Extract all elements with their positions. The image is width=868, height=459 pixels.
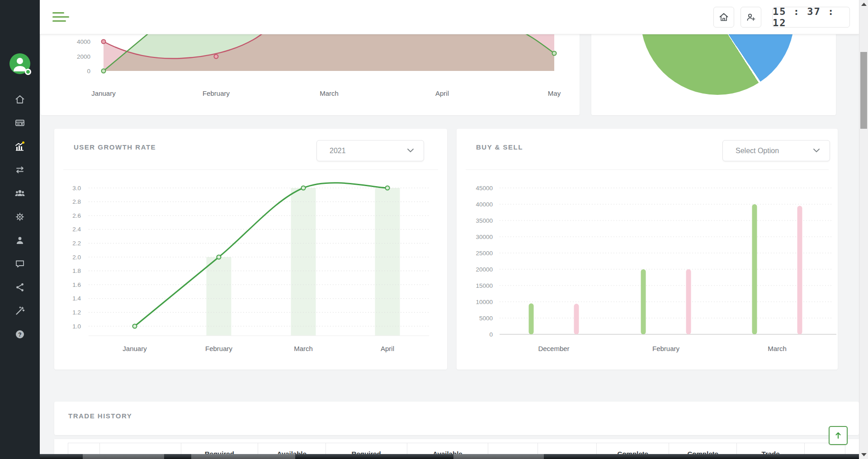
y-tick: 10000 [476, 299, 493, 305]
buy-sell-card: BUY & SELL Select Option 450004000035000… [457, 129, 838, 370]
trade-history-header-card: TRADE HISTORY [54, 402, 859, 435]
y-tick: 30000 [476, 234, 493, 240]
year-select-value: 2021 [330, 147, 346, 155]
option-select[interactable]: Select Option [722, 140, 830, 161]
top-header: 15 : 37 : 12 [40, 0, 859, 34]
buy-bar [641, 269, 646, 334]
sidebar-item-messages[interactable] [14, 258, 26, 270]
h-scrollbar-segment [83, 454, 164, 459]
sidebar-item-share[interactable] [14, 281, 26, 293]
scroll-to-top-button[interactable] [829, 426, 848, 445]
sidebar-item-help[interactable]: ? [14, 328, 26, 340]
year-select[interactable]: 2021 [316, 140, 424, 161]
hamburger-menu-button[interactable] [52, 12, 71, 22]
x-label: January [123, 345, 147, 352]
y-tick: 2000 [77, 53, 90, 60]
home-icon [718, 12, 729, 23]
y-tick: 4000 [77, 38, 90, 45]
home-button[interactable] [713, 7, 734, 28]
h-scrollbar-segment [191, 454, 295, 459]
y-tick: 2.2 [72, 240, 81, 247]
up-arrow-icon [834, 431, 842, 440]
active-indicator-dot [22, 141, 24, 144]
sell-bar [797, 206, 802, 334]
gear-icon [14, 211, 25, 222]
growth-bar [207, 257, 231, 336]
clock-time: 15 : 37 : 12 [773, 6, 849, 28]
y-tick: 2.4 [72, 226, 81, 233]
sidebar-item-transactions[interactable] [14, 164, 26, 176]
sidebar: ? [0, 0, 40, 459]
buy-sell-title: BUY & SELL [476, 143, 523, 151]
y-tick: 2.6 [72, 212, 81, 219]
sidebar-item-payments[interactable] [14, 117, 26, 129]
users-group-icon [14, 187, 26, 199]
sidebar-item-settings[interactable] [14, 211, 26, 223]
scrollbar-thumb[interactable] [860, 52, 867, 129]
growth-point [217, 255, 221, 259]
trade-history-title: TRADE HISTORY [68, 412, 132, 420]
user-avatar[interactable] [9, 53, 30, 74]
growth-line [135, 183, 387, 326]
sidebar-item-analytics[interactable] [14, 141, 26, 152]
y-tick: 45000 [476, 185, 493, 192]
y-tick: 0 [87, 68, 90, 75]
sidebar-item-tools[interactable] [14, 305, 26, 317]
buy-point [552, 52, 557, 56]
digital-clock: 15 : 37 : 12 [772, 7, 850, 28]
x-label: May [548, 89, 561, 97]
magic-wand-icon [14, 305, 25, 316]
x-label: April [435, 89, 449, 97]
y-tick: 1.0 [72, 323, 81, 330]
option-select-placeholder: Select Option [736, 147, 779, 155]
scrollbar-down-arrow[interactable] [861, 453, 867, 456]
user-growth-title: USER GROWTH RATE [74, 143, 156, 151]
sell-bar [574, 304, 579, 334]
add-user-button[interactable] [741, 7, 761, 28]
buy-sell-chart: 4500040000350003000025000200001500010000… [457, 129, 838, 370]
divider [63, 169, 438, 170]
analytics-chart-icon [14, 141, 26, 152]
y-tick: 3.0 [72, 185, 81, 192]
y-tick: 35000 [476, 217, 493, 224]
x-label: March [294, 345, 313, 352]
chevron-down-icon [813, 149, 820, 153]
svg-text:?: ? [18, 332, 21, 338]
growth-bar [291, 188, 316, 336]
growth-bar [375, 188, 400, 336]
y-tick: 20000 [476, 266, 493, 273]
y-tick: 2.8 [72, 198, 81, 205]
growth-point [386, 186, 390, 190]
sell-point [214, 55, 218, 59]
y-tick: 0 [489, 331, 493, 338]
sidebar-item-account[interactable] [14, 234, 26, 246]
horizontal-scrollbar[interactable] [40, 454, 859, 459]
y-tick: 1.2 [72, 309, 81, 316]
user-growth-chart: 3.02.82.62.42.22.01.81.61.41.21.0January… [54, 129, 447, 370]
scrollbar-up-arrow[interactable] [861, 3, 867, 6]
buy-bar [529, 304, 534, 334]
swap-arrows-icon [14, 164, 25, 175]
sidebar-item-home[interactable] [14, 94, 26, 105]
chevron-down-icon [407, 149, 414, 153]
x-label: February [205, 345, 233, 352]
share-icon [14, 282, 25, 293]
y-tick: 1.8 [72, 267, 81, 274]
divider [466, 169, 829, 170]
growth-point [302, 186, 306, 190]
y-tick: 5000 [479, 315, 493, 322]
sidebar-item-users[interactable] [14, 187, 26, 199]
sell-bar [686, 269, 691, 334]
vertical-scrollbar[interactable] [859, 0, 868, 459]
y-tick: 25000 [476, 250, 493, 257]
x-label: February [652, 345, 680, 352]
home-icon [14, 94, 25, 105]
y-tick: 2.0 [72, 254, 81, 261]
y-tick: 40000 [476, 201, 493, 208]
x-label: January [91, 89, 116, 97]
help-icon: ? [14, 329, 25, 340]
credit-card-icon [14, 117, 25, 128]
growth-point [133, 324, 137, 328]
x-label: December [538, 345, 569, 352]
buy-bar [752, 204, 757, 334]
